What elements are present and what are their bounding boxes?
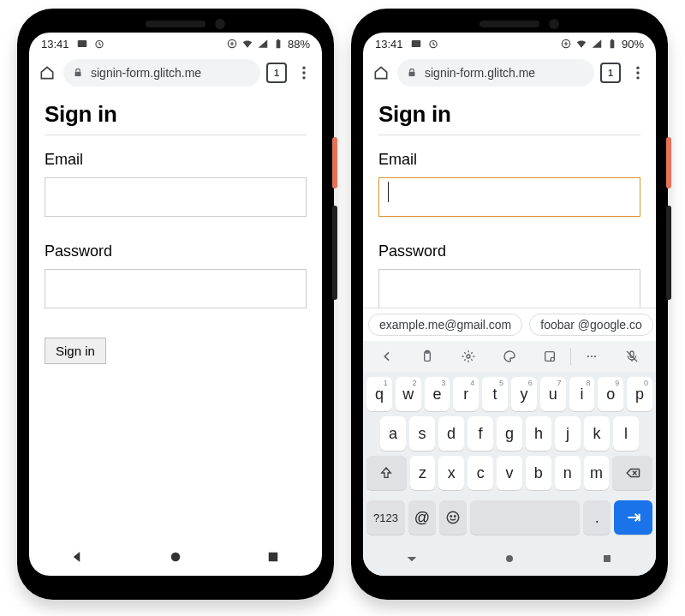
backspace-key[interactable]	[612, 456, 652, 490]
sign-in-button[interactable]: Sign in	[45, 338, 106, 364]
svg-rect-15	[611, 39, 613, 40]
shift-key[interactable]	[366, 456, 407, 490]
symbols-key[interactable]: ?123	[366, 500, 405, 535]
key-n[interactable]: n	[555, 456, 581, 490]
svg-rect-23	[545, 352, 555, 362]
emoji-key[interactable]	[439, 500, 467, 535]
volume-button[interactable]	[666, 206, 671, 300]
password-label: Password	[378, 242, 640, 260]
data-saver-icon	[560, 38, 572, 50]
clipboard-icon[interactable]	[408, 350, 449, 363]
key-i[interactable]: i8	[569, 377, 595, 411]
screen: 13:41	[29, 33, 322, 576]
sticker-icon[interactable]	[529, 350, 570, 363]
key-t[interactable]: t5	[482, 377, 508, 411]
wifi-icon	[575, 38, 587, 50]
page-content: Sign in Email Password Sign in example.m…	[363, 91, 656, 576]
key-s[interactable]: s	[409, 416, 435, 451]
url-bar[interactable]: signin-form.glitch.me	[397, 59, 594, 87]
at-key[interactable]: @	[408, 500, 436, 535]
home-pill-icon[interactable]	[168, 549, 183, 568]
svg-point-29	[450, 516, 452, 517]
enter-key[interactable]	[614, 500, 652, 535]
status-bar: 13:41	[363, 33, 656, 55]
front-camera	[215, 19, 225, 29]
mic-off-icon[interactable]	[611, 350, 652, 363]
key-m[interactable]: m	[584, 456, 610, 490]
system-nav-bar	[363, 545, 656, 576]
key-e[interactable]: e3	[425, 377, 450, 411]
back-icon[interactable]	[70, 549, 86, 568]
key-x[interactable]: x	[438, 456, 464, 490]
key-h[interactable]: h	[526, 416, 551, 451]
key-c[interactable]: c	[468, 456, 493, 490]
key-w[interactable]: w2	[396, 377, 421, 411]
recents-icon[interactable]	[600, 552, 614, 569]
key-l[interactable]: l	[613, 416, 639, 451]
svg-rect-33	[604, 555, 611, 562]
email-field[interactable]	[378, 177, 640, 217]
tab-switcher[interactable]: 1	[265, 62, 288, 84]
overflow-menu-icon[interactable]	[293, 62, 315, 84]
key-d[interactable]: d	[438, 416, 464, 451]
key-p[interactable]: p0	[627, 377, 652, 411]
svg-rect-16	[409, 72, 415, 76]
key-r[interactable]: r4	[453, 377, 479, 411]
system-nav-bar	[29, 541, 322, 576]
email-field[interactable]	[45, 177, 307, 217]
key-z[interactable]: z	[410, 456, 436, 490]
key-q[interactable]: q1	[366, 377, 392, 411]
overflow-menu-icon[interactable]	[627, 62, 649, 84]
notification-message-icon	[410, 38, 422, 50]
svg-point-28	[447, 511, 459, 523]
chevron-left-icon[interactable]	[366, 350, 408, 363]
key-a[interactable]: a	[380, 416, 406, 451]
data-saver-icon	[226, 38, 238, 50]
status-time: 13:41	[375, 38, 403, 51]
autofill-bar: example.me@gmail.com foobar @google.co	[363, 308, 656, 341]
key-b[interactable]: b	[526, 456, 551, 490]
svg-point-6	[302, 67, 305, 69]
volume-button[interactable]	[332, 206, 337, 300]
svg-rect-3	[277, 40, 281, 48]
lock-icon	[72, 67, 84, 79]
power-button[interactable]	[666, 137, 671, 188]
hide-keyboard-icon[interactable]	[405, 552, 419, 569]
more-icon[interactable]	[571, 350, 612, 363]
page-title: Sign in	[378, 101, 640, 128]
url-text: signin-form.glitch.me	[425, 66, 535, 80]
key-g[interactable]: g	[497, 416, 522, 451]
key-o[interactable]: o9	[598, 377, 623, 411]
svg-point-17	[636, 67, 639, 69]
power-button[interactable]	[332, 137, 337, 188]
phone-right: 13:41	[351, 9, 668, 600]
tab-switcher[interactable]: 1	[599, 62, 622, 84]
autofill-suggestion[interactable]: foobar @google.co	[529, 314, 653, 336]
palette-icon[interactable]	[489, 350, 530, 363]
key-k[interactable]: k	[584, 416, 610, 451]
url-bar[interactable]: signin-form.glitch.me	[63, 59, 260, 87]
status-time: 13:41	[41, 38, 69, 51]
space-key[interactable]	[470, 500, 580, 535]
autofill-suggestion[interactable]: example.me@gmail.com	[368, 314, 522, 336]
home-icon[interactable]	[36, 62, 58, 84]
svg-point-30	[454, 516, 456, 517]
recents-icon[interactable]	[265, 549, 281, 568]
password-field[interactable]	[45, 269, 307, 308]
key-v[interactable]: v	[497, 456, 522, 490]
cell-signal-icon	[257, 38, 269, 50]
keyboard: q1w2e3r4t5y6u7i8o9p0 asdfghjkl zxcvbnm	[363, 372, 656, 545]
home-pill-icon[interactable]	[503, 552, 516, 569]
home-icon[interactable]	[370, 62, 392, 84]
svg-point-22	[467, 355, 470, 358]
gear-icon[interactable]	[448, 350, 489, 363]
svg-point-24	[587, 356, 589, 357]
svg-rect-0	[77, 40, 86, 47]
period-key[interactable]: .	[583, 500, 611, 535]
key-f[interactable]: f	[468, 416, 493, 451]
key-j[interactable]: j	[555, 416, 581, 451]
password-field[interactable]	[378, 269, 640, 308]
key-u[interactable]: u7	[540, 377, 566, 411]
key-y[interactable]: y6	[511, 377, 537, 411]
notification-message-icon	[76, 38, 88, 50]
